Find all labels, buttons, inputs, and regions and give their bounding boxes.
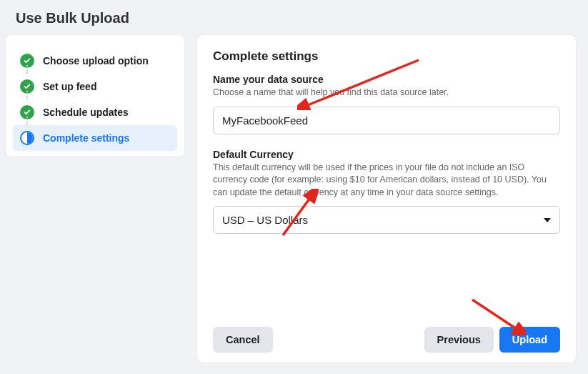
step-label: Complete settings <box>43 132 129 144</box>
cancel-button[interactable]: Cancel <box>213 327 273 353</box>
currency-label: Default Currency <box>213 149 560 160</box>
step-schedule-updates[interactable]: Schedule updates <box>13 99 177 125</box>
stepper-card: Choose upload option Set up feed Schedul… <box>6 35 184 157</box>
step-choose-upload-option[interactable]: Choose upload option <box>13 48 177 74</box>
main-card: Complete settings Name your data source … <box>197 35 576 363</box>
step-label: Choose upload option <box>43 55 149 67</box>
chevron-down-icon <box>544 218 551 222</box>
default-currency-select[interactable]: USD – US Dollars <box>213 206 560 234</box>
page-title: Use Bulk Upload <box>0 0 588 35</box>
step-label: Schedule updates <box>43 107 129 118</box>
half-circle-icon <box>20 131 34 145</box>
step-label: Set up feed <box>43 81 96 92</box>
currency-value: USD – US Dollars <box>222 214 308 226</box>
upload-button[interactable]: Upload <box>499 327 560 353</box>
step-set-up-feed[interactable]: Set up feed <box>13 74 177 99</box>
data-source-name-input[interactable] <box>213 107 560 134</box>
name-help: Choose a name that will help you find th… <box>213 87 560 99</box>
step-complete-settings[interactable]: Complete settings <box>13 125 177 151</box>
name-label: Name your data source <box>213 74 560 85</box>
footer: Cancel Previous Upload <box>213 320 560 353</box>
previous-button[interactable]: Previous <box>424 327 494 353</box>
currency-help: This default currency will be used if th… <box>213 162 560 200</box>
section-heading: Complete settings <box>213 49 560 64</box>
